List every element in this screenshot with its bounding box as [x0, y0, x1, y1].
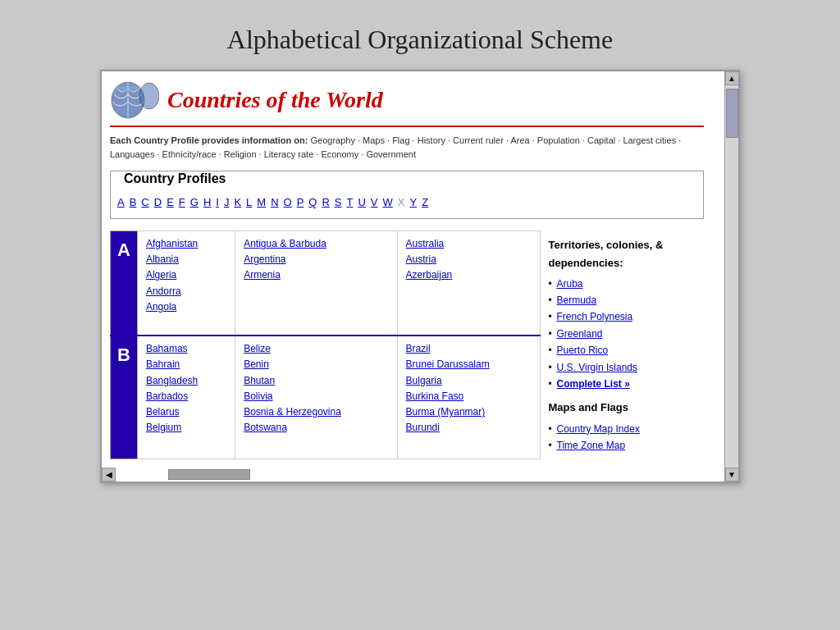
alpha-link-m[interactable]: M: [257, 196, 266, 208]
territory-link[interactable]: Puerto Rico: [557, 345, 609, 356]
maps-title: Maps and Flags: [549, 399, 696, 417]
map-link[interactable]: Country Map Index: [557, 423, 640, 435]
alpha-link-c[interactable]: C: [141, 196, 148, 208]
country-col1-b: BahamasBahrainBangladeshBarbadosBelarusB…: [137, 336, 235, 459]
country-link[interactable]: Burkina Faso: [406, 389, 532, 404]
scroll-up-arrow[interactable]: ▲: [725, 71, 739, 85]
country-link[interactable]: Belize: [244, 341, 388, 357]
site-description: Each Country Profile provides informatio…: [110, 134, 704, 161]
scroll-down-arrow[interactable]: ▼: [725, 468, 739, 482]
country-link[interactable]: Brunei Darussalam: [406, 357, 532, 372]
map-link[interactable]: Time Zone Map: [557, 440, 626, 451]
globe-icon: [110, 80, 159, 121]
country-link[interactable]: Burundi: [406, 420, 532, 436]
country-link[interactable]: Angola: [146, 299, 226, 315]
country-link[interactable]: Brazil: [406, 341, 532, 357]
alpha-link-t[interactable]: T: [347, 196, 354, 208]
scrollbar-h-thumb[interactable]: [168, 469, 250, 480]
country-link[interactable]: Algeria: [146, 267, 226, 283]
country-link[interactable]: Afghanistan: [146, 236, 226, 252]
scrollbar-thumb[interactable]: [726, 89, 738, 138]
country-link[interactable]: Andorra: [146, 284, 226, 299]
complete-list-item: Complete List »: [549, 376, 696, 392]
country-link[interactable]: Belarus: [146, 404, 226, 420]
bottom-scrollbar[interactable]: ◀ ▶: [102, 468, 738, 482]
alpha-link-y[interactable]: Y: [409, 196, 417, 208]
list-item: Country Map Index: [549, 421, 696, 437]
country-col2-a: Antigua & BarbudaArgentinaArmenia: [235, 231, 397, 336]
alpha-link-i[interactable]: I: [216, 196, 219, 208]
country-link[interactable]: Benin: [244, 357, 388, 372]
alpha-link-l[interactable]: L: [246, 196, 252, 208]
alpha-nav: A B C D E F G H I J K L M N O P Q R S T …: [117, 193, 696, 212]
letter-cell-b: B: [111, 336, 138, 459]
alpha-link-j[interactable]: J: [224, 196, 230, 208]
country-link[interactable]: Bosnia & Herzegovina: [244, 404, 388, 420]
territory-link[interactable]: Aruba: [557, 278, 583, 290]
alpha-link-b[interactable]: B: [130, 196, 137, 208]
alpha-link-h[interactable]: H: [203, 196, 211, 208]
country-link[interactable]: Australia: [406, 236, 532, 252]
country-link[interactable]: Barbados: [146, 389, 226, 404]
scrollbar-right[interactable]: ▲ ▼: [724, 71, 738, 482]
main-table: AAfghanistanAlbaniaAlgeriaAndorraAngolaA…: [110, 231, 704, 459]
country-link[interactable]: Argentina: [244, 252, 388, 267]
country-link[interactable]: Bahamas: [146, 341, 226, 357]
scroll-left-arrow[interactable]: ◀: [102, 468, 116, 482]
country-link[interactable]: Bolivia: [244, 389, 388, 404]
territory-link[interactable]: French Polynesia: [557, 311, 633, 322]
site-header: Countries of the World: [110, 80, 704, 127]
alpha-link-z[interactable]: Z: [422, 196, 428, 208]
description-label: Each Country Profile provides informatio…: [110, 135, 308, 145]
country-link[interactable]: Austria: [406, 252, 532, 267]
site-title: Countries of the World: [167, 87, 383, 113]
alpha-link-p[interactable]: P: [297, 196, 304, 208]
alpha-link-d[interactable]: D: [154, 196, 162, 208]
country-link[interactable]: Armenia: [244, 267, 388, 283]
country-link[interactable]: Albania: [146, 252, 226, 267]
alpha-link-e[interactable]: E: [167, 196, 174, 208]
content-area: Countries of the World Each Country Prof…: [102, 71, 724, 468]
territory-link[interactable]: Bermuda: [557, 294, 597, 306]
browser-window: Countries of the World Each Country Prof…: [100, 70, 740, 483]
list-item: Time Zone Map: [549, 437, 696, 454]
letter-cell-a: A: [111, 231, 138, 336]
territory-link[interactable]: Greenland: [557, 328, 603, 340]
country-profiles-section: Country Profiles A B C D E F G H I J K L…: [110, 171, 704, 219]
country-col3-a: AustraliaAustriaAzerbaijan: [397, 231, 540, 336]
country-link[interactable]: Azerbaijan: [406, 267, 532, 283]
alpha-link-u[interactable]: U: [358, 196, 365, 208]
country-link[interactable]: Bahrain: [146, 357, 226, 372]
country-link[interactable]: Belgium: [146, 420, 226, 436]
list-item: Puerto Rico: [549, 342, 696, 358]
alpha-link-s[interactable]: S: [335, 196, 342, 208]
country-link[interactable]: Bhutan: [244, 373, 388, 389]
country-link[interactable]: Antigua & Barbuda: [244, 236, 388, 252]
alpha-link-w[interactable]: W: [383, 196, 393, 208]
country-link[interactable]: Burma (Myanmar): [406, 404, 532, 420]
scrollbar-h-track: [116, 468, 724, 482]
alpha-link-a[interactable]: A: [117, 196, 125, 208]
page-title: Alphabetical Organizational Scheme: [227, 25, 613, 55]
alpha-link-g[interactable]: G: [190, 196, 199, 208]
alpha-link-f[interactable]: F: [179, 196, 185, 208]
territories-title: Territories, colonies, & dependencies:: [549, 236, 696, 272]
alpha-link-q[interactable]: Q: [308, 196, 317, 208]
alpha-link-v[interactable]: V: [371, 196, 378, 208]
country-col3-b: BrazilBrunei DarussalamBulgariaBurkina F…: [397, 336, 540, 459]
country-link[interactable]: Bulgaria: [406, 373, 532, 389]
alpha-link-n[interactable]: N: [271, 196, 278, 208]
list-item: Greenland: [549, 326, 696, 342]
territory-link[interactable]: U.S. Virgin Islands: [557, 362, 638, 373]
list-item: Bermuda: [549, 292, 696, 308]
complete-list-link[interactable]: Complete List »: [557, 378, 630, 390]
country-link[interactable]: Botswana: [244, 420, 388, 436]
country-col2-b: BelizeBeninBhutanBoliviaBosnia & Herzego…: [235, 336, 397, 459]
alpha-letter-x: X: [398, 196, 405, 208]
country-profiles-title: Country Profiles: [121, 171, 229, 186]
alpha-link-o[interactable]: O: [284, 196, 292, 208]
country-link[interactable]: Bangladesh: [146, 373, 226, 389]
alpha-link-k[interactable]: K: [234, 196, 241, 208]
alpha-link-r[interactable]: R: [322, 196, 329, 208]
list-item: U.S. Virgin Islands: [549, 359, 696, 376]
